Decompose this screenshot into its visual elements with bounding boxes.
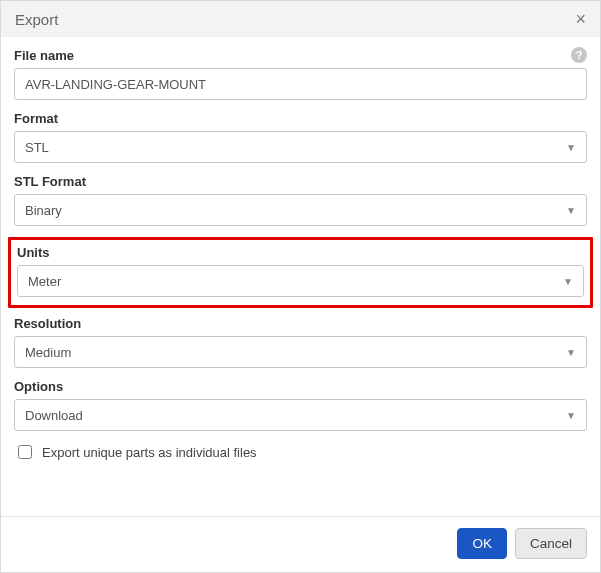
units-highlight-box: Units Meter ▼ xyxy=(8,237,593,308)
file-name-label-row: File name ? xyxy=(14,47,587,63)
dialog-footer: OK Cancel xyxy=(1,516,600,572)
close-icon[interactable]: × xyxy=(575,10,586,28)
stl-format-select[interactable]: Binary ▼ xyxy=(14,194,587,226)
file-name-label: File name xyxy=(14,48,74,63)
chevron-down-icon: ▼ xyxy=(563,276,573,287)
field-stl-format: STL Format Binary ▼ xyxy=(14,174,587,226)
format-label: Format xyxy=(14,111,58,126)
export-unique-parts-checkbox[interactable] xyxy=(18,445,32,459)
dialog-title: Export xyxy=(15,11,58,28)
dialog-body: File name ? Format STL ▼ STL Format Bina… xyxy=(1,37,600,516)
chevron-down-icon: ▼ xyxy=(566,205,576,216)
chevron-down-icon: ▼ xyxy=(566,347,576,358)
resolution-value: Medium xyxy=(25,345,71,360)
help-icon[interactable]: ? xyxy=(571,47,587,63)
export-unique-parts-label: Export unique parts as individual files xyxy=(42,445,257,460)
field-resolution: Resolution Medium ▼ xyxy=(14,316,587,368)
field-units: Units Meter ▼ xyxy=(17,245,584,297)
options-value: Download xyxy=(25,408,83,423)
export-dialog: Export × File name ? Format STL ▼ STL Fo… xyxy=(0,0,601,573)
field-format: Format STL ▼ xyxy=(14,111,587,163)
stl-format-label: STL Format xyxy=(14,174,86,189)
field-file-name: File name ? xyxy=(14,47,587,100)
units-label: Units xyxy=(17,245,50,260)
file-name-input[interactable] xyxy=(14,68,587,100)
format-select[interactable]: STL ▼ xyxy=(14,131,587,163)
cancel-button[interactable]: Cancel xyxy=(515,528,587,559)
dialog-titlebar: Export × xyxy=(1,1,600,37)
options-select[interactable]: Download ▼ xyxy=(14,399,587,431)
ok-button[interactable]: OK xyxy=(457,528,507,559)
options-label: Options xyxy=(14,379,63,394)
chevron-down-icon: ▼ xyxy=(566,142,576,153)
units-select[interactable]: Meter ▼ xyxy=(17,265,584,297)
stl-format-value: Binary xyxy=(25,203,62,218)
export-unique-parts-row[interactable]: Export unique parts as individual files xyxy=(14,442,587,462)
chevron-down-icon: ▼ xyxy=(566,410,576,421)
format-value: STL xyxy=(25,140,49,155)
field-options: Options Download ▼ xyxy=(14,379,587,431)
resolution-select[interactable]: Medium ▼ xyxy=(14,336,587,368)
units-value: Meter xyxy=(28,274,61,289)
resolution-label: Resolution xyxy=(14,316,81,331)
